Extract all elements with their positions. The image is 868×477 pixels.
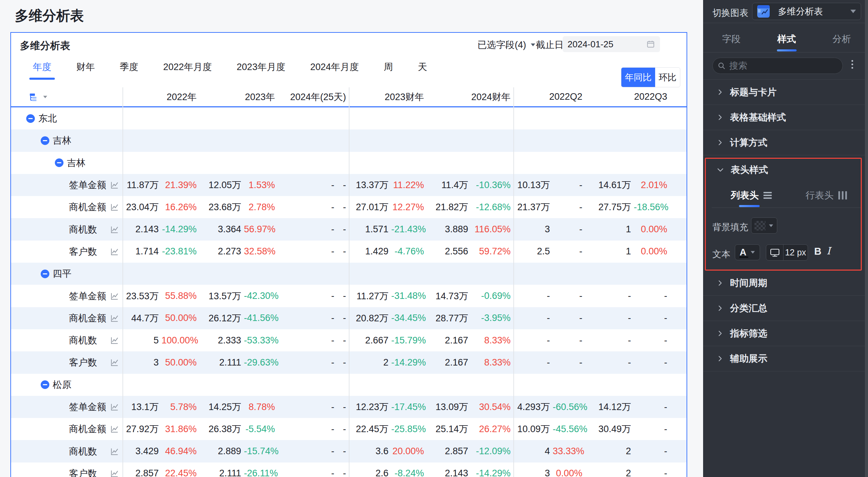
compare-option-环比[interactable]: 环比 xyxy=(655,68,680,87)
section-标题与卡片[interactable]: 标题与卡片 xyxy=(703,80,865,105)
collapse-minus-icon[interactable] xyxy=(26,114,35,123)
section-指标筛选[interactable]: 指标筛选 xyxy=(703,321,865,346)
column-header-2022年[interactable]: 2022年 xyxy=(122,91,199,103)
sidebar-tab-字段[interactable]: 字段 xyxy=(722,33,741,45)
pct-cell: 21.39% xyxy=(161,180,199,191)
row-header-cell: 商机金额 xyxy=(11,418,122,440)
compare-toggle: 年同比环比 xyxy=(621,67,680,87)
mini-trend-button[interactable] xyxy=(110,425,119,434)
row-header-cell: 松原 xyxy=(11,374,122,396)
table-row: 东北 xyxy=(11,107,687,129)
section-表格基础样式[interactable]: 表格基础样式 xyxy=(703,105,865,130)
italic-button[interactable]: I xyxy=(827,245,830,257)
sidebar-tabs: 字段样式分析 xyxy=(703,23,865,52)
mini-trend-button[interactable] xyxy=(110,314,119,323)
value-cell: 14.25万 xyxy=(199,401,244,413)
tab-2023年月度[interactable]: 2023年月度 xyxy=(237,61,285,73)
mini-trend-button[interactable] xyxy=(110,225,119,234)
mini-trend-button[interactable] xyxy=(110,203,119,212)
tab-季度[interactable]: 季度 xyxy=(120,61,138,73)
pct-cell: -34.45% xyxy=(391,313,427,323)
value-cell: - xyxy=(278,313,337,323)
tab-年度[interactable]: 年度 xyxy=(33,61,51,73)
search-input[interactable] xyxy=(729,60,826,71)
section-时间周期[interactable]: 时间周期 xyxy=(703,271,865,296)
tab-2024年月度[interactable]: 2024年月度 xyxy=(310,61,359,73)
collapse-minus-icon[interactable] xyxy=(41,270,49,278)
card-title: 多维分析表 xyxy=(20,39,70,53)
section-label: 指标筛选 xyxy=(730,327,767,340)
value-cell: 25.14万 xyxy=(427,423,471,435)
metric-label: 商机数 xyxy=(69,334,97,347)
section-分类汇总[interactable]: 分类汇总 xyxy=(703,296,865,321)
pct-cell: -14.29% xyxy=(391,357,427,368)
tab-周[interactable]: 周 xyxy=(384,61,393,73)
value-cell: 12.23万 xyxy=(349,401,391,413)
font-size-value-wrap[interactable]: 12 px xyxy=(783,245,808,260)
value-cell: 2 xyxy=(585,468,634,477)
pct-cell: -60.56% xyxy=(553,402,585,412)
mini-trend-button[interactable] xyxy=(110,336,119,345)
line-chart-icon xyxy=(110,425,119,434)
pct-cell: 30.54% xyxy=(471,402,513,412)
chevron-right-icon xyxy=(716,279,724,287)
column-header-2023财年[interactable]: 2023财年 xyxy=(349,91,427,103)
collapse-minus-icon[interactable] xyxy=(41,380,49,389)
column-header-2024财年[interactable]: 2024财年 xyxy=(427,91,513,103)
tab-天[interactable]: 天 xyxy=(418,61,427,73)
pct-cell: - xyxy=(634,313,670,323)
more-options-icon[interactable] xyxy=(851,60,853,69)
subtab-row-header[interactable]: 行表头 xyxy=(806,189,847,202)
chart-type-select[interactable]: 多维分析表 xyxy=(752,3,861,20)
tab-财年[interactable]: 财年 xyxy=(76,61,95,73)
collapse-minus-icon[interactable] xyxy=(41,136,49,145)
column-header-2022Q2[interactable]: 2022Q2 xyxy=(513,91,585,102)
bg-fill-select[interactable] xyxy=(751,217,777,234)
column-header-2022Q3[interactable]: 2022Q3 xyxy=(585,91,670,102)
subtab-row-header-label: 行表头 xyxy=(806,189,834,202)
section-计算方式[interactable]: 计算方式 xyxy=(703,130,865,155)
tab-2022年月度[interactable]: 2022年月度 xyxy=(163,61,212,73)
column-header-2024年(25天)[interactable]: 2024年(25天) xyxy=(278,91,349,103)
deadline-date-input[interactable]: 2024-01-25 xyxy=(563,36,660,52)
pct-cell: - xyxy=(634,468,670,477)
value-cell: - xyxy=(278,180,337,191)
compare-option-年同比[interactable]: 年同比 xyxy=(621,68,655,87)
mini-trend-button[interactable] xyxy=(110,292,119,301)
value-cell: 2.167 xyxy=(427,357,471,368)
mini-trend-button[interactable] xyxy=(110,181,119,189)
pct-cell: 33.33% xyxy=(553,446,585,457)
selected-fields-dropdown[interactable]: 已选字段(4) xyxy=(477,39,536,51)
row-header-cell: 商机金额 xyxy=(11,307,122,329)
pct-cell: -8.24% xyxy=(391,468,427,477)
bold-button[interactable]: B xyxy=(814,246,821,257)
pct-cell: 116.05% xyxy=(471,224,513,235)
mini-trend-button[interactable] xyxy=(110,247,119,256)
subtab-column-header[interactable]: 列表头 xyxy=(731,189,772,202)
mini-trend-button[interactable] xyxy=(110,469,119,477)
table-row: 商机数2.143-14.29%3.36456.97%--1.571-21.43%… xyxy=(11,218,687,240)
search-box[interactable] xyxy=(712,58,843,74)
table-header-row: 2022年2023年2024年(25天)2023财年2024财年2022Q220… xyxy=(11,87,687,107)
collapse-minus-icon[interactable] xyxy=(55,158,63,167)
monitor-icon xyxy=(770,248,780,257)
mini-trend-button[interactable] xyxy=(110,402,119,411)
section-header-style[interactable]: 表头样式 xyxy=(716,164,768,176)
column-header-2023年[interactable]: 2023年 xyxy=(199,91,278,103)
section-label: 标题与卡片 xyxy=(730,86,777,98)
sidebar-tab-样式[interactable]: 样式 xyxy=(777,33,796,45)
sidebar-tab-分析[interactable]: 分析 xyxy=(832,33,851,45)
chevron-down-icon xyxy=(531,43,535,46)
region-label: 吉林 xyxy=(67,157,86,169)
screen-adapt-button[interactable] xyxy=(766,245,783,260)
value-cell: 27.75万 xyxy=(585,201,634,213)
analysis-table-card[interactable]: 多维分析表 已选字段(4) 截止日期 2024-01-25 年度财年季度2022… xyxy=(10,32,687,477)
mini-trend-button[interactable] xyxy=(110,358,119,367)
value-cell: 1.429 xyxy=(349,246,391,257)
table-tree-header-cell[interactable] xyxy=(11,92,122,101)
value-cell: 2.273 xyxy=(199,246,244,257)
mini-trend-button[interactable] xyxy=(110,447,119,456)
font-color-select[interactable]: A xyxy=(735,244,760,260)
section-label: 辅助展示 xyxy=(730,352,767,365)
section-辅助展示[interactable]: 辅助展示 xyxy=(703,346,865,371)
